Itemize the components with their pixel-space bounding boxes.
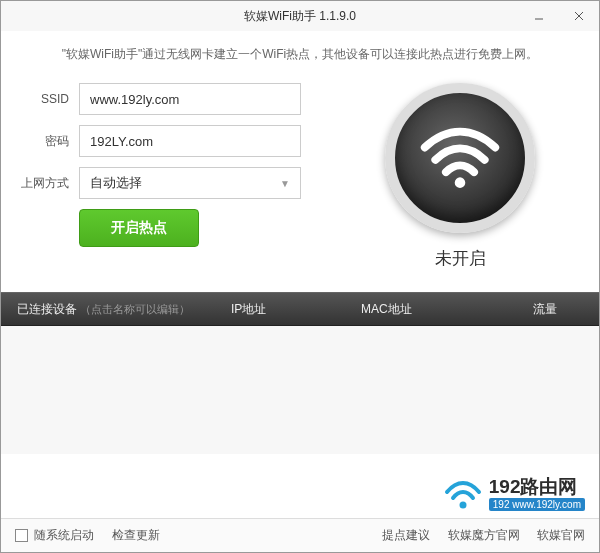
- watermark: 192路由网 192 www.192ly.com: [443, 474, 585, 514]
- check-update-link[interactable]: 检查更新: [112, 527, 160, 544]
- titlebar: 软媒WiFi助手 1.1.9.0: [1, 1, 599, 31]
- footer-links: 提点建议 软媒魔方官网 软媒官网: [368, 527, 585, 544]
- config-area: SSID 密码 上网方式 自动选择 ▼ 开启热点 未开启: [1, 73, 599, 270]
- method-select-value: 自动选择: [90, 174, 142, 192]
- checkbox-icon: [15, 529, 28, 542]
- window-title: 软媒WiFi助手 1.1.9.0: [244, 8, 356, 25]
- device-table-body: [1, 326, 599, 454]
- method-row: 上网方式 自动选择 ▼: [21, 167, 301, 199]
- ruanmei-mofang-link[interactable]: 软媒魔方官网: [448, 528, 520, 542]
- col-ip: IP地址: [231, 301, 361, 318]
- svg-point-3: [455, 177, 466, 188]
- description-text: "软媒WiFi助手"通过无线网卡建立一个WiFi热点，其他设备可以连接此热点进行…: [1, 31, 599, 73]
- col-device-label: 已连接设备: [17, 302, 77, 316]
- autostart-label: 随系统启动: [34, 527, 94, 544]
- password-row: 密码: [21, 125, 301, 157]
- svg-point-4: [459, 502, 466, 509]
- wifi-status-text: 未开启: [435, 247, 486, 270]
- footer: 随系统启动 检查更新 提点建议 软媒魔方官网 软媒官网: [1, 518, 599, 552]
- window-controls: [519, 1, 599, 31]
- watermark-text: 192路由网 192 www.192ly.com: [489, 477, 585, 511]
- wifi-icon: [416, 114, 504, 202]
- col-device-hint: （点击名称可以编辑）: [80, 303, 190, 315]
- device-table-header: 已连接设备 （点击名称可以编辑） IP地址 MAC地址 流量: [1, 292, 599, 326]
- col-mac: MAC地址: [361, 301, 491, 318]
- form-column: SSID 密码 上网方式 自动选择 ▼ 开启热点: [21, 83, 301, 270]
- password-input[interactable]: [79, 125, 301, 157]
- col-device: 已连接设备 （点击名称可以编辑）: [1, 301, 231, 318]
- close-button[interactable]: [559, 1, 599, 31]
- watermark-title: 192路由网: [489, 477, 585, 496]
- minimize-button[interactable]: [519, 1, 559, 31]
- ruanmei-site-link[interactable]: 软媒官网: [537, 528, 585, 542]
- chevron-down-icon: ▼: [280, 178, 290, 189]
- ssid-input[interactable]: [79, 83, 301, 115]
- ssid-label: SSID: [21, 92, 79, 106]
- suggest-link[interactable]: 提点建议: [382, 528, 430, 542]
- ssid-row: SSID: [21, 83, 301, 115]
- col-traffic: 流量: [491, 301, 599, 318]
- watermark-icon: [443, 474, 483, 514]
- wifi-status-column: 未开启: [301, 83, 579, 270]
- password-label: 密码: [21, 133, 79, 150]
- method-label: 上网方式: [21, 175, 79, 192]
- watermark-sub: 192 www.192ly.com: [489, 498, 585, 511]
- start-hotspot-button[interactable]: 开启热点: [79, 209, 199, 247]
- method-select[interactable]: 自动选择 ▼: [79, 167, 301, 199]
- wifi-indicator: [385, 83, 535, 233]
- autostart-checkbox[interactable]: 随系统启动: [15, 527, 94, 544]
